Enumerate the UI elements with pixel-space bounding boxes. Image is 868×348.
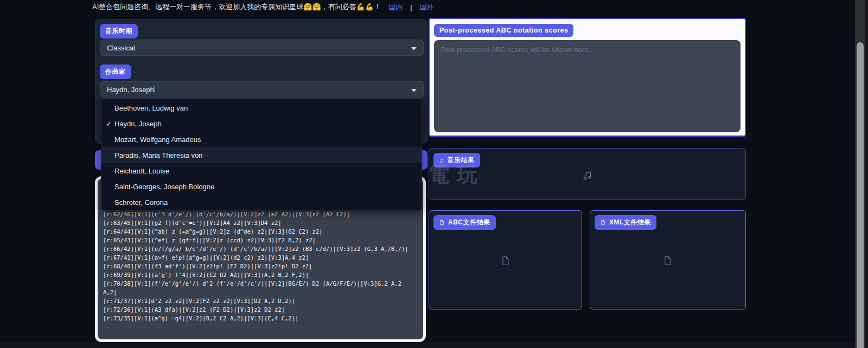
abc-file-panel: ABC文件结果 <box>429 210 582 310</box>
composer-option-label: Saint-Georges, Joseph Bologne <box>114 183 214 191</box>
composer-option[interactable]: ✓ Schroter, Corona <box>101 195 422 210</box>
composer-value: Haydn, Joseph <box>107 86 154 94</box>
composer-option-label: Paradis, Maria Theresia von <box>114 151 202 159</box>
composer-option[interactable]: ✓ Saint-Georges, Joseph Bologne <box>101 179 422 195</box>
composer-option-label: Reichardt, Louise <box>114 167 169 175</box>
file-placeholder-icon <box>662 254 673 267</box>
composer-input[interactable]: Haydn, Joseph <box>100 81 424 98</box>
composer-option[interactable]: ✓ Paradis, Maria Theresia von <box>101 147 422 163</box>
composer-option[interactable]: ✓ Beethoven, Ludwig van <box>101 100 422 116</box>
link-separator: | <box>410 3 412 11</box>
announcement-text: AI整合包问题咨询、远程一对一服务等，欢迎加入我的专属知识星球🤗🤗，有问必答💪💪… <box>92 2 381 12</box>
app-window: AI整合包问题咨询、远程一对一服务等，欢迎加入我的专属知识星球🤗🤗，有问必答💪💪… <box>0 0 868 348</box>
link-overseas[interactable]: 国外 <box>420 2 434 12</box>
composer-label-badge: 作曲家 <box>100 65 131 79</box>
post-processed-textarea[interactable]: Post-processed ABC scores will be shown … <box>434 40 741 132</box>
music-note-placeholder-icon <box>582 170 593 182</box>
composer-option-label: Mozart, Wolfgang Amadeus <box>114 136 201 144</box>
file-icon <box>439 219 445 226</box>
link-domestic[interactable]: 国内 <box>388 2 403 12</box>
xml-file-panel: XML文件结果 <box>590 210 746 310</box>
scrollbar-track[interactable] <box>855 0 868 348</box>
post-processed-placeholder: Post-processed ABC scores will be shown … <box>441 46 594 54</box>
xml-file-title-badge: XML文件结果 <box>595 215 656 230</box>
composer-dropdown-list: ✓ Beethoven, Ludwig van ✓ Haydn, Joseph … <box>101 98 422 210</box>
xml-file-title: XML文件结果 <box>609 218 651 227</box>
period-value: Classical <box>107 44 135 52</box>
composer-option[interactable]: ✓ Haydn, Joseph <box>101 116 422 132</box>
composer-option[interactable]: ✓ Reichardt, Louise <box>101 163 422 179</box>
composer-option-label: Beethoven, Ludwig van <box>114 104 188 112</box>
abc-file-title-badge: ABC文件结果 <box>433 215 496 230</box>
abc-file-title: ABC文件结果 <box>448 218 490 227</box>
period-select[interactable]: Classical <box>100 40 424 56</box>
music-note-icon: ♫ <box>439 157 444 164</box>
horizontal-scrollbar-track[interactable] <box>0 343 855 348</box>
composer-option-label: Schroter, Corona <box>114 198 168 207</box>
composer-option-label: Haydn, Joseph <box>114 120 162 128</box>
composer-option[interactable]: ✓ Mozart, Wolfgang Amadeus <box>101 132 422 147</box>
file-icon <box>600 219 606 226</box>
announcement-bar: AI整合包问题咨询、远程一对一服务等，欢迎加入我的专属知识星球🤗🤗，有问必答💪💪… <box>92 2 434 12</box>
chevron-down-icon <box>411 47 417 50</box>
checkmark-icon: ✓ <box>106 116 112 132</box>
chevron-down-icon <box>411 89 417 92</box>
text-cursor <box>155 86 155 93</box>
music-result-title-badge: ♫ 音乐结果 <box>433 153 480 167</box>
music-result-panel: ♫ 音乐结果 <box>429 148 746 200</box>
scrollbar-thumb[interactable] <box>857 42 864 348</box>
music-result-title: 音乐结果 <box>448 156 475 165</box>
file-placeholder-icon <box>500 254 511 267</box>
period-label-badge: 音乐时期 <box>100 24 138 38</box>
post-processed-panel: Post-processed ABC notation scores Post-… <box>429 18 746 137</box>
post-processed-title-badge: Post-processed ABC notation scores <box>434 24 573 37</box>
